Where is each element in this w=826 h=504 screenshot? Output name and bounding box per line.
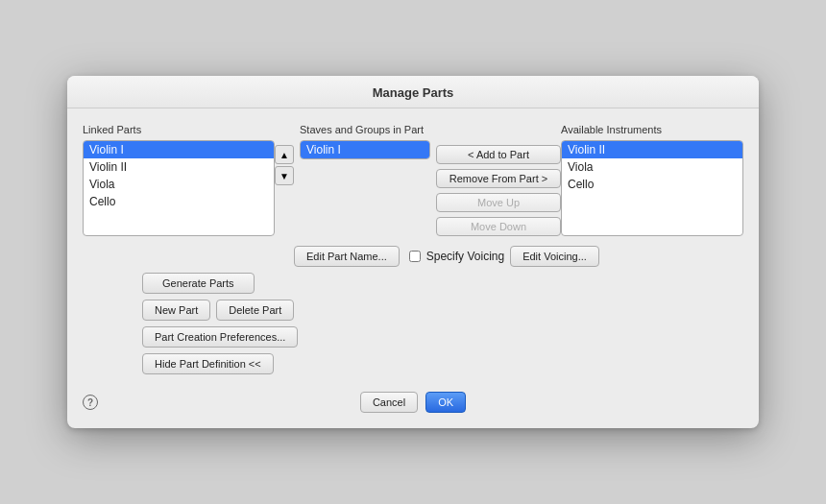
voicing-row: Specify Voicing Edit Voicing... <box>409 246 599 267</box>
list-item[interactable]: Violin II <box>84 158 274 176</box>
staves-list-col: Staves and Groups in Part Violin I <box>300 124 430 159</box>
action-col: < Add to Part Remove From Part > Move Up… <box>436 145 561 236</box>
linked-parts-label: Linked Parts <box>83 124 275 135</box>
available-listbox[interactable]: Violin II Viola Cello <box>561 140 743 236</box>
list-item[interactable]: Cello <box>84 193 274 210</box>
ok-button[interactable]: OK <box>425 392 466 413</box>
bottom-section: Edit Part Name... Specify Voicing Edit V… <box>67 236 759 374</box>
staves-label: Staves and Groups in Part <box>300 124 430 135</box>
list-item[interactable]: Viola <box>84 176 274 193</box>
available-label: Available Instruments <box>561 124 743 135</box>
remove-from-part-button[interactable]: Remove From Part > <box>436 169 561 188</box>
hide-part-definition-button[interactable]: Hide Part Definition << <box>142 353 274 374</box>
add-to-part-button[interactable]: < Add to Part <box>436 145 561 164</box>
move-down-button[interactable]: Move Down <box>436 217 561 236</box>
linked-parts-column: Linked Parts Violin I Violin II Viola Ce… <box>83 124 275 236</box>
staves-panel: ▲ ▼ Staves and Groups in Part Violin I <… <box>275 124 561 236</box>
move-up-button[interactable]: Move Up <box>436 193 561 212</box>
list-item[interactable]: Violin II <box>562 141 742 158</box>
available-instruments-column: Available Instruments Violin II Viola Ce… <box>561 124 743 236</box>
list-item[interactable]: Violin I <box>84 141 274 158</box>
title-text: Manage Parts <box>373 85 454 100</box>
list-item[interactable]: Cello <box>562 176 742 193</box>
scroll-down-button[interactable]: ▼ <box>275 166 294 185</box>
cancel-button[interactable]: Cancel <box>360 392 418 413</box>
footer: ? Cancel OK <box>67 384 759 413</box>
specify-voicing-checkbox[interactable] <box>409 251 421 262</box>
specify-voicing-label: Specify Voicing <box>426 250 504 263</box>
edit-voicing-button[interactable]: Edit Voicing... <box>510 246 599 267</box>
list-item[interactable]: Viola <box>562 158 742 176</box>
new-part-button[interactable]: New Part <box>142 300 210 321</box>
help-button[interactable]: ? <box>83 395 98 410</box>
delete-part-button[interactable]: Delete Part <box>216 300 294 321</box>
arrows-col: ▲ ▼ <box>275 145 294 185</box>
linked-parts-listbox[interactable]: Violin I Violin II Viola Cello <box>83 140 275 236</box>
scroll-up-button[interactable]: ▲ <box>275 145 294 164</box>
footer-left: ? <box>83 395 98 410</box>
generate-parts-button[interactable]: Generate Parts <box>142 273 255 294</box>
dialog-title: Manage Parts <box>67 76 759 108</box>
edit-part-name-button[interactable]: Edit Part Name... <box>294 246 400 267</box>
help-symbol: ? <box>87 397 93 408</box>
list-item[interactable]: Violin I <box>301 141 429 158</box>
manage-parts-dialog: Manage Parts Linked Parts Violin I Violi… <box>67 76 759 428</box>
staves-listbox[interactable]: Violin I <box>300 140 430 159</box>
part-creation-prefs-button[interactable]: Part Creation Preferences... <box>142 326 298 348</box>
